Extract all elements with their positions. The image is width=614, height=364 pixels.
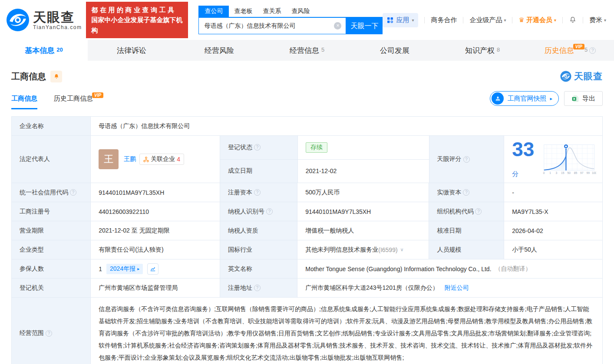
help-icon[interactable]: ?	[266, 208, 273, 215]
help-icon[interactable]: ?	[254, 144, 261, 151]
search-tab-relation[interactable]: 查关系	[257, 6, 286, 17]
tab-basic-info[interactable]: 基本信息20	[0, 40, 88, 61]
score-value: 33分	[512, 139, 538, 179]
reg-capital-value: 500万人民币	[297, 183, 429, 202]
divider	[583, 17, 583, 23]
vip-upgrade-menu[interactable]: ♛ 开通会员 ▾	[518, 16, 556, 24]
table-row: 企业类型 有限责任公司(法人独资) 国标行业 其他未列明信息技术服务业 (I65…	[12, 240, 602, 259]
search-tab-boss[interactable]: 查老板	[229, 6, 257, 17]
search-tab-company[interactable]: 查公司	[198, 6, 229, 17]
chevron-down-icon[interactable]: ∨	[400, 247, 404, 253]
svg-text:3: 3	[555, 171, 557, 174]
field-label: 注册地址?	[220, 279, 297, 297]
top-header: 天眼查 TianYanCha.com 都在用的商业查询工具 国家中小企业发展子基…	[0, 0, 614, 40]
section-title: 工商信息	[11, 71, 46, 82]
field-label: 登记机关	[12, 279, 91, 297]
tab-intellectual-property[interactable]: 知识产权8	[439, 40, 526, 61]
business-info-table: 企业名称 母语感（广东）信息技术有限公司 法定代表人 王 王鹏 关联企业 4	[11, 116, 603, 364]
annual-report-badge[interactable]: 2024年报 ▸	[106, 264, 143, 274]
tab-company-development[interactable]: 公司发展	[351, 40, 439, 61]
slogan-line1: 都在用的商业查询工具	[91, 5, 183, 15]
reg-address-cell: 广州市黄埔区科学大道243号1201房（仅限办公） 附近公司	[297, 279, 602, 297]
divider	[424, 17, 425, 23]
username: 费米	[589, 16, 602, 24]
watermark-logo: 天眼查	[560, 70, 603, 82]
search-tab-risk[interactable]: 查风险	[286, 6, 315, 17]
auto-translate-note: （自动翻译）	[495, 265, 531, 273]
insured-cell: 1 2024年报 ▸	[91, 259, 220, 278]
table-row: 统一社会信用代码? 91440101MA9Y7L35XH 注册资本? 500万人…	[12, 183, 602, 202]
biz-term-value: 2021-12-02 至 无固定期限	[91, 221, 220, 240]
field-label: 纳税人资质	[220, 221, 297, 240]
slogan-line2: 国家中小企业发展子基金旗下机构	[91, 15, 183, 35]
status-badge: 存续	[306, 142, 327, 153]
field-label: 经营范围?	[12, 298, 91, 364]
divider	[512, 17, 512, 23]
subtab-history-business-info[interactable]: 历史工商信息VIP	[54, 95, 104, 109]
chevron-down-icon: ▾	[504, 18, 506, 23]
tab-history-info[interactable]: 历史信息 VIP 5 ?	[526, 40, 614, 61]
table-row: 工商注册号 440126003922110 纳税人识别号? 91440101MA…	[12, 202, 602, 221]
insured-count: 1	[99, 266, 102, 272]
help-icon[interactable]: ?	[70, 189, 76, 196]
company-section-tabs: 基本信息20 法律诉讼 经营风险 经营信息5 公司发展 知识产权8 历史信息 V…	[0, 40, 614, 61]
chevron-down-icon: ▾	[412, 18, 414, 23]
chevron-down-icon: ▾	[604, 18, 606, 23]
enterprise-products-menu[interactable]: 企业级产品 ▾	[469, 16, 506, 24]
help-icon[interactable]: ?	[463, 156, 470, 163]
tab-legal-proceedings[interactable]: 法律诉讼	[88, 40, 175, 61]
field-label: 纳税人识别号?	[220, 202, 297, 221]
business-cooperation-link[interactable]: 商务合作	[431, 16, 457, 24]
help-icon[interactable]: ?	[463, 189, 469, 196]
help-icon[interactable]: ?	[46, 330, 52, 337]
search-button[interactable]: 天眼一下	[346, 18, 383, 34]
taxpayer-id-value: 91440101MA9Y7L35XH	[297, 202, 429, 221]
tab-operating-risk[interactable]: 经营风险	[175, 40, 263, 61]
field-label: 组织机构代码?	[429, 202, 504, 221]
brand-name: 天眼查	[33, 10, 82, 24]
legal-rep-cell: 王 王鹏 关联企业 4	[91, 136, 220, 183]
slogan-banner: 都在用的商业查询工具 国家中小企业发展子基金旗下机构	[86, 2, 188, 38]
notification-bell[interactable]	[569, 16, 577, 24]
official-snapshot-button[interactable]: 工商官网快照 ▸	[490, 91, 559, 106]
search-area: 查公司 查老板 查关系 查风险 × 天眼一下	[198, 6, 383, 34]
search-input[interactable]	[199, 18, 346, 34]
top-right-nav: 应用 ▾ 商务合作 企业级产品 ▾ ♛ 开通会员 ▾ 费米 ▾	[383, 13, 606, 27]
paid-capital-value: -	[504, 183, 602, 202]
help-icon[interactable]: ?	[589, 47, 596, 54]
tianyancha-logo-icon	[6, 8, 30, 32]
svg-text:1: 1	[549, 171, 551, 174]
tab-operating-info[interactable]: 经营信息5	[263, 40, 351, 61]
help-icon[interactable]: ?	[254, 189, 261, 196]
field-label: 注册资本?	[220, 183, 297, 202]
export-button[interactable]: 导出	[564, 91, 603, 106]
help-icon[interactable]: ?	[475, 208, 482, 215]
help-icon[interactable]: ?	[254, 285, 261, 291]
avatar[interactable]: 王	[99, 149, 119, 169]
approve-date-value: 2026-04-02	[504, 221, 602, 240]
tianyancha-logo[interactable]: 天眼查 TianYanCha.com	[6, 8, 82, 32]
nearby-companies-link[interactable]: 附近公司	[445, 284, 469, 292]
field-label: 营业期限	[12, 221, 91, 240]
field-label: 国标行业	[220, 240, 297, 259]
field-label: 参保人数	[12, 259, 91, 278]
svg-text:50: 50	[567, 171, 571, 174]
legal-rep-link[interactable]: 王鹏	[124, 155, 136, 163]
svg-text:85: 85	[574, 171, 577, 174]
apps-menu[interactable]: 应用 ▾	[383, 13, 418, 27]
apps-grid-icon	[387, 17, 393, 23]
subscribe-bell-icon[interactable]	[50, 71, 62, 82]
table-row: 法定代表人 王 王鹏 关联企业 4 登	[12, 136, 602, 183]
subtab-business-info[interactable]: 工商信息	[11, 95, 37, 109]
trend-chart-icon[interactable]	[147, 263, 158, 275]
search-tabs: 查公司 查老板 查关系 查风险	[198, 6, 383, 18]
user-menu[interactable]: 费米 ▾	[589, 16, 606, 24]
field-label: 统一社会信用代码?	[12, 183, 91, 202]
chevron-down-icon: ▾	[554, 18, 556, 23]
reg-number-value: 440126003922110	[91, 202, 220, 221]
org-code-value: MA9Y7L35-X	[504, 202, 602, 221]
reg-authority-value: 广州市黄埔区市场监督管理局	[91, 279, 220, 297]
field-label: 核准日期	[429, 221, 504, 240]
table-row: 参保人数 1 2024年报 ▸ 英文名称 Mother Tongue Sense	[12, 259, 602, 279]
related-companies-badge[interactable]: 关联企业 4	[139, 154, 184, 165]
